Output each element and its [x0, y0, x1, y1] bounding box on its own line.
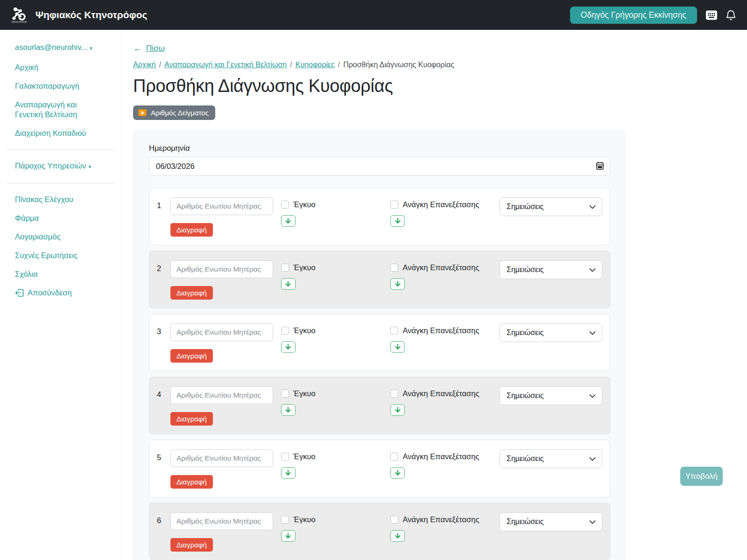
- notes-select[interactable]: Σημειώσεις: [500, 512, 602, 531]
- quick-start-guide-button[interactable]: Οδηγός Γρήγορης Εκκίνησης: [570, 7, 697, 24]
- neurohive-logo-caption: neurohive: [11, 20, 27, 23]
- delete-row-button[interactable]: Διαγραφή: [170, 538, 213, 552]
- chevron-down-icon: [589, 457, 596, 461]
- sidebar-user-menu[interactable]: asourlas@neurohiv...▾: [0, 42, 121, 53]
- mother-ear-tag-input[interactable]: [170, 449, 273, 467]
- sidebar-item-account[interactable]: Λογαριασμός: [0, 232, 121, 242]
- arrow-down-icon: [285, 281, 291, 287]
- mother-ear-tag-input[interactable]: [170, 260, 273, 278]
- copy-recheck-down-button[interactable]: [390, 278, 405, 290]
- pregnant-label: Έγκυο: [293, 515, 316, 524]
- arrow-down-icon: [395, 218, 401, 224]
- pregnant-label: Έγκυο: [293, 452, 316, 461]
- back-arrow-icon: ←: [133, 43, 142, 54]
- delete-row-button[interactable]: Διαγραφή: [170, 223, 213, 237]
- rows-container: 1 Διαγραφή Έγκυο Ανάγκη Επανεξέτασης: [149, 188, 609, 560]
- mother-ear-tag-input[interactable]: [170, 512, 273, 530]
- recheck-label: Ανάγκη Επανεξέτασης: [402, 326, 479, 335]
- sidebar-item-farm[interactable]: Φάρμα: [0, 213, 121, 223]
- chevron-down-icon: [589, 394, 596, 398]
- notes-select-value: Σημειώσεις: [507, 455, 543, 463]
- delete-row-button[interactable]: Διαγραφή: [170, 286, 213, 300]
- recheck-checkbox[interactable]: [390, 516, 398, 524]
- arrow-down-icon: [395, 281, 401, 287]
- recheck-label: Ανάγκη Επανεξέτασης: [402, 389, 479, 398]
- sidebar-item-herd-management[interactable]: Διαχείριση Κοπαδιού: [0, 128, 121, 138]
- notes-select-value: Σημειώσεις: [507, 518, 543, 526]
- copy-pregnant-down-button[interactable]: [281, 215, 296, 227]
- date-input[interactable]: 06/03/2026: [149, 157, 610, 175]
- chevron-down-icon: [589, 205, 596, 209]
- row-number: 4: [157, 386, 170, 399]
- mother-ear-tag-input[interactable]: [170, 323, 273, 341]
- sidebar-item-faq[interactable]: Συχνές Ερωτήσεις: [0, 251, 121, 260]
- copy-pregnant-down-button[interactable]: [281, 341, 296, 353]
- chevron-down-icon: [589, 331, 596, 335]
- submit-button[interactable]: Υποβολή: [680, 467, 723, 486]
- row-number: 5: [157, 449, 170, 462]
- breadcrumb-reproduction[interactable]: Αναπαραγωγή και Γενετική Βελτίωση: [164, 61, 287, 69]
- diagnosis-row: 2 Διαγραφή Έγκυο Ανάγκη Επανεξέτασης: [149, 251, 610, 308]
- sidebar-item-home[interactable]: Αρχική: [0, 63, 121, 72]
- sample-number-button[interactable]: Αριθμός Δείγματος: [133, 105, 215, 120]
- notes-select[interactable]: Σημειώσεις: [500, 260, 602, 279]
- row-number: 1: [157, 197, 170, 210]
- chevron-down-icon: ▾: [89, 164, 92, 169]
- copy-recheck-down-button[interactable]: [390, 467, 405, 479]
- sidebar-item-reproduction[interactable]: Αναπαραγωγή και Γενετική Βελτίωση: [0, 100, 93, 119]
- pregnant-checkbox[interactable]: [281, 264, 289, 272]
- keyboard-icon[interactable]: [705, 10, 718, 21]
- arrow-down-icon: [285, 470, 291, 476]
- copy-recheck-down-button[interactable]: [390, 404, 405, 416]
- date-label: Ημερομηνία: [149, 144, 609, 153]
- notes-select[interactable]: Σημειώσεις: [500, 449, 602, 468]
- delete-row-button[interactable]: Διαγραφή: [170, 349, 213, 363]
- pregnant-checkbox[interactable]: [281, 453, 289, 461]
- notes-select[interactable]: Σημειώσεις: [500, 386, 602, 405]
- pregnant-checkbox[interactable]: [281, 390, 289, 398]
- back-link[interactable]: Πίσω: [146, 44, 165, 53]
- copy-pregnant-down-button[interactable]: [281, 278, 296, 290]
- copy-recheck-down-button[interactable]: [390, 215, 405, 227]
- breadcrumb-home[interactable]: Αρχική: [133, 61, 156, 69]
- sidebar-item-milk-production[interactable]: Γαλακτοπαραγωγή: [0, 81, 121, 91]
- arrow-down-icon: [285, 218, 291, 224]
- copy-pregnant-down-button[interactable]: [281, 404, 296, 416]
- sidebar-item-logout[interactable]: Αποσύνδεση: [0, 288, 121, 298]
- delete-row-button[interactable]: Διαγραφή: [170, 475, 213, 489]
- recheck-checkbox[interactable]: [390, 264, 398, 272]
- sidebar-divider: [6, 183, 115, 183]
- notifications-bell-icon[interactable]: [726, 9, 736, 21]
- breadcrumb-pregnancies[interactable]: Κυηοφορίες: [296, 61, 335, 69]
- breadcrumb-current: Προσθήκη Διάγνωσης Κυοφορίας: [343, 61, 454, 69]
- sidebar: asourlas@neurohiv...▾ Αρχική Γαλακτοπαρα…: [0, 30, 121, 560]
- copy-recheck-down-button[interactable]: [390, 341, 405, 353]
- delete-row-button[interactable]: Διαγραφή: [170, 412, 213, 426]
- mother-ear-tag-input[interactable]: [170, 197, 273, 215]
- pregnant-checkbox[interactable]: [281, 201, 289, 209]
- copy-recheck-down-button[interactable]: [390, 530, 405, 542]
- copy-pregnant-down-button[interactable]: [281, 467, 296, 479]
- pregnant-checkbox[interactable]: [281, 516, 289, 524]
- mother-ear-tag-input[interactable]: [170, 386, 273, 404]
- pregnant-checkbox[interactable]: [281, 327, 289, 335]
- notes-select[interactable]: Σημειώσεις: [500, 197, 602, 216]
- sidebar-item-dashboard[interactable]: Πίνακας Ελέγχου: [0, 195, 121, 204]
- pregnant-label: Έγκυο: [293, 263, 316, 272]
- app-title: Ψηφιακός Κτηνοτρόφος: [35, 9, 147, 21]
- recheck-checkbox[interactable]: [390, 453, 398, 461]
- notes-select-value: Σημειώσεις: [507, 266, 543, 274]
- notes-select[interactable]: Σημειώσεις: [500, 323, 602, 342]
- recheck-checkbox[interactable]: [390, 390, 398, 398]
- sidebar-service-provider-menu[interactable]: Πάροχος Υπηρεσιών▾: [0, 161, 121, 172]
- breadcrumb-separator: /: [335, 61, 343, 69]
- chevron-down-icon: [589, 520, 596, 524]
- arrow-down-icon: [395, 533, 401, 539]
- video-play-icon: [138, 109, 147, 116]
- arrow-down-icon: [285, 533, 291, 539]
- copy-pregnant-down-button[interactable]: [281, 530, 296, 542]
- recheck-checkbox[interactable]: [390, 201, 398, 209]
- neurohive-logo: neurohive: [8, 7, 30, 23]
- recheck-checkbox[interactable]: [390, 327, 398, 335]
- sidebar-item-feedback[interactable]: Σχόλια: [0, 269, 121, 279]
